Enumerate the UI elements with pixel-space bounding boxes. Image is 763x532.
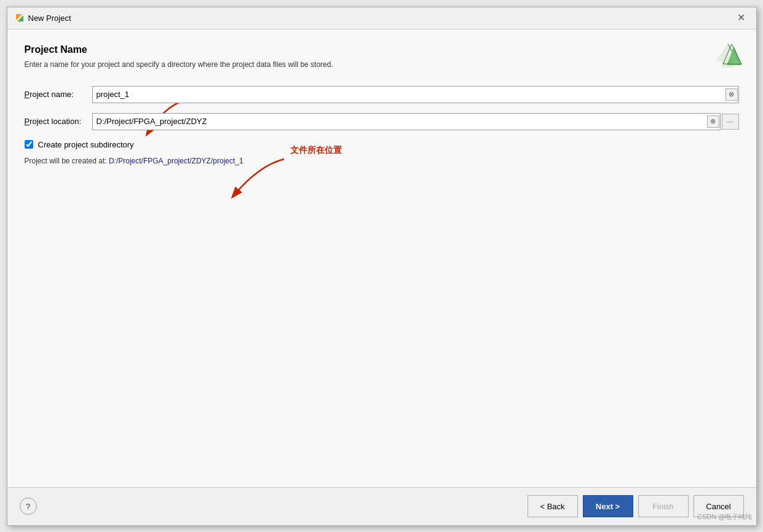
title-bar-left: New Project xyxy=(15,13,71,23)
project-name-input[interactable] xyxy=(93,87,725,103)
title-bar: New Project ✕ xyxy=(7,7,756,29)
app-icon xyxy=(15,13,25,23)
browse-button[interactable]: ··· xyxy=(722,114,739,130)
finish-button[interactable]: Finish xyxy=(638,495,689,517)
project-will-be-path: D:/Project/FPGA_project/ZDYZ/project_1 xyxy=(109,157,243,165)
watermark: CSDN @电子纯纯 xyxy=(697,512,752,522)
new-project-dialog: New Project ✕ Project Name Enter a name … xyxy=(7,7,757,526)
project-will-be-prefix: Project will be created at: xyxy=(25,157,107,165)
project-name-clear-button[interactable]: ⊗ xyxy=(725,88,738,101)
create-subdirectory-checkbox[interactable] xyxy=(25,140,33,149)
vivado-logo xyxy=(714,42,741,69)
next-button[interactable]: Next > xyxy=(583,495,633,517)
project-name-group: PProject name:roject name: ⊗ xyxy=(25,86,739,103)
close-button[interactable]: ✕ xyxy=(733,12,749,24)
back-button[interactable]: < Back xyxy=(528,495,578,517)
project-name-label: PProject name:roject name: xyxy=(25,90,92,99)
project-location-group: Project location: ⊗ ··· xyxy=(25,113,739,130)
help-button[interactable]: ? xyxy=(20,498,37,515)
project-name-input-container: ⊗ xyxy=(92,86,739,103)
create-subdirectory-row: Create project subdirectory xyxy=(25,140,739,149)
project-location-clear-button[interactable]: ⊗ xyxy=(707,115,719,128)
project-will-be-row: Project will be created at: D:/Project/F… xyxy=(25,157,739,165)
page-description: Enter a name for your project and specif… xyxy=(25,60,739,69)
dialog-title: New Project xyxy=(28,14,71,23)
content-area: Project Name Enter a name for your proje… xyxy=(7,29,756,487)
logo-area xyxy=(714,42,741,71)
project-location-label: Project location: xyxy=(25,117,92,126)
bottom-bar: ? < Back Next > Finish Cancel xyxy=(7,487,756,525)
create-subdirectory-label[interactable]: Create project subdirectory xyxy=(38,140,134,149)
page-title: Project Name xyxy=(25,44,739,55)
project-location-input[interactable] xyxy=(93,114,707,130)
project-location-input-container: ⊗ xyxy=(92,113,721,130)
